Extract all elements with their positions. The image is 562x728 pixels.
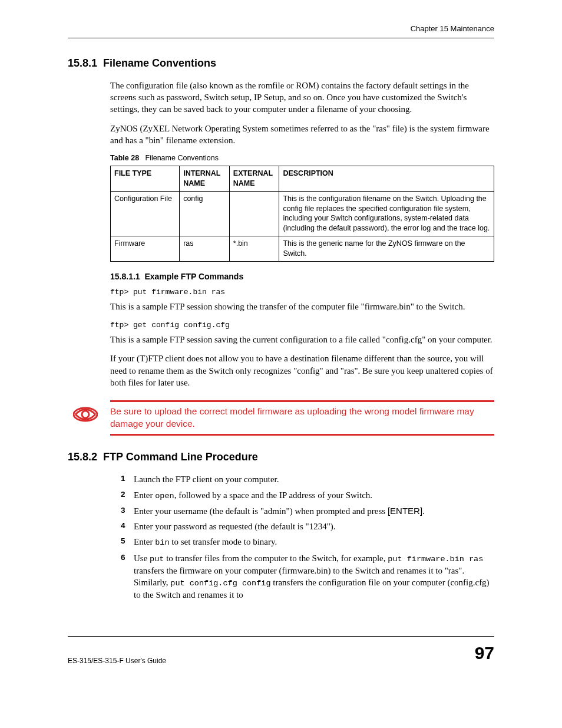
list-item: Enter your username (the default is "adm… [121, 505, 494, 517]
svg-point-1 [82, 411, 89, 418]
section-number: 15.8.2 [68, 451, 97, 463]
chapter-header: Chapter 15 Maintenance [68, 24, 494, 38]
td: config [180, 191, 230, 236]
list-item: Launch the FTP client on your computer. [121, 473, 494, 485]
chapter-label: Chapter 15 Maintenance [411, 24, 494, 33]
paragraph: This is a sample FTP session showing the… [110, 301, 494, 312]
th-description: DESCRIPTION [283, 169, 333, 177]
td: This is the generic name for the ZyNOS f… [279, 236, 494, 262]
subsection-number: 15.8.1.1 [110, 272, 140, 281]
table-caption: Table 28 Filename Conventions [110, 153, 494, 163]
code-block: ftp> put firmware.bin ras [110, 287, 494, 298]
filename-conventions-table: FILE TYPE INTERNAL NAME EXTERNAL NAME DE… [110, 166, 494, 262]
list-item: Enter open, followed by a space and the … [121, 489, 494, 502]
table-caption-label: Table 28 [110, 154, 139, 162]
page-footer: ES-315/ES-315-F User's Guide 97 [68, 636, 494, 666]
td: This is the configuration filename on th… [279, 191, 494, 236]
td: Configuration File [111, 191, 180, 236]
table-row: Configuration File config This is the co… [111, 191, 494, 236]
paragraph: ZyNOS (ZyXEL Network Operating System so… [110, 123, 494, 147]
callout-bottom-rule [110, 434, 494, 436]
section-title: FTP Command Line Procedure [103, 451, 258, 463]
callout-text: Be sure to upload the correct model firm… [110, 406, 494, 430]
footer-guide-name: ES-315/ES-315-F User's Guide [68, 656, 166, 666]
td: Firmware [111, 236, 180, 262]
section-heading-ftp-procedure: 15.8.2 FTP Command Line Procedure [68, 450, 494, 464]
paragraph: If your (T)FTP client does not allow you… [110, 353, 494, 388]
th-internal-name: INTERNAL NAME [183, 169, 220, 187]
eye-icon [68, 406, 103, 422]
callout-top-rule [110, 400, 494, 402]
footer-page-number: 97 [475, 641, 494, 666]
table-row: Firmware ras *.bin This is the generic n… [111, 236, 494, 262]
paragraph: The configuration file (also known as th… [110, 80, 494, 116]
subsection-heading-example-ftp: 15.8.1.1 Example FTP Commands [110, 271, 494, 282]
code-block: ftp> get config config.cfg [110, 320, 494, 331]
section-title: Filename Conventions [103, 57, 216, 69]
section-heading-filename-conventions: 15.8.1 Filename Conventions [68, 56, 494, 70]
td: ras [180, 236, 230, 262]
td: *.bin [229, 236, 279, 262]
list-item: Enter bin to set transfer mode to binary… [121, 536, 494, 548]
section-number: 15.8.1 [68, 57, 97, 69]
subsection-title: Example FTP Commands [144, 272, 243, 281]
warning-callout: Be sure to upload the correct model firm… [68, 400, 494, 436]
procedure-steps: Launch the FTP client on your computer. … [121, 473, 494, 601]
th-external-name: EXTERNAL NAME [233, 169, 273, 187]
list-item: Enter your password as requested (the de… [121, 521, 494, 532]
th-file-type: FILE TYPE [114, 169, 151, 177]
list-item: Use put to transfer files from the compu… [121, 552, 494, 601]
td [229, 191, 279, 236]
paragraph: This is a sample FTP session saving the … [110, 334, 494, 345]
table-caption-title: Filename Conventions [146, 154, 219, 162]
